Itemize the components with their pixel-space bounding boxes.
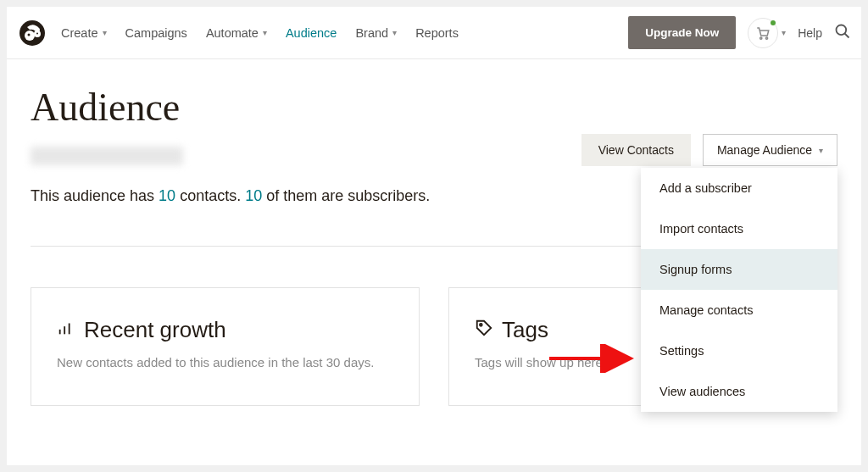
nav-links: Create ▾ Campaigns Automate ▾ Audience B… <box>61 26 628 40</box>
chevron-down-icon: ▾ <box>103 28 107 37</box>
card-title-text: Recent growth <box>84 317 226 343</box>
summary-text: contacts. <box>175 187 245 204</box>
card-title-text: Tags <box>502 317 548 343</box>
svg-point-7 <box>837 25 847 35</box>
nav-reports[interactable]: Reports <box>415 26 459 40</box>
card-description: New contacts added to this audience in t… <box>57 353 393 373</box>
svg-point-12 <box>480 324 482 326</box>
cart-icon[interactable] <box>748 18 778 48</box>
bar-chart-icon <box>57 317 75 343</box>
nav-create[interactable]: Create ▾ <box>61 26 107 40</box>
page-body: Audience View Contacts Manage Audience ▾… <box>7 59 861 406</box>
svg-point-5 <box>760 36 762 38</box>
audience-name-redacted <box>31 147 183 165</box>
menu-signup-forms[interactable]: Signup forms <box>641 249 837 290</box>
svg-point-4 <box>36 32 38 34</box>
summary-text: This audience has <box>31 187 159 204</box>
tags-desc-text: Tags will show up here. <box>475 355 609 369</box>
chevron-down-icon: ▾ <box>263 28 267 37</box>
menu-settings[interactable]: Settings <box>641 330 837 371</box>
svg-point-2 <box>28 33 31 36</box>
upgrade-button[interactable]: Upgrade Now <box>628 16 736 49</box>
manage-audience-menu: Add a subscriber Import contacts Signup … <box>641 168 837 412</box>
contact-count: 10 <box>159 187 175 204</box>
nav-brand[interactable]: Brand ▾ <box>355 26 397 40</box>
right-nav: Upgrade Now ▾ Help <box>628 16 851 49</box>
top-nav: Create ▾ Campaigns Automate ▾ Audience B… <box>7 7 861 59</box>
menu-add-subscriber[interactable]: Add a subscriber <box>641 168 837 208</box>
svg-point-6 <box>766 36 768 38</box>
menu-import-contacts[interactable]: Import contacts <box>641 208 837 249</box>
menu-view-audiences[interactable]: View audiences <box>641 371 837 412</box>
chevron-down-icon: ▾ <box>782 28 786 37</box>
tags-link[interactable]: L <box>609 355 616 369</box>
search-icon[interactable] <box>834 23 851 43</box>
nav-create-label: Create <box>61 26 98 40</box>
menu-manage-contacts[interactable]: Manage contacts <box>641 290 837 330</box>
manage-audience-dropdown[interactable]: Manage Audience ▾ <box>703 134 837 166</box>
page-title: Audience <box>31 85 837 130</box>
nav-automate-label: Automate <box>206 26 259 40</box>
mailchimp-logo-icon[interactable] <box>19 19 46 47</box>
card-title: Recent growth <box>57 317 393 343</box>
actions-row: View Contacts Manage Audience ▾ <box>581 134 837 166</box>
nav-brand-label: Brand <box>355 26 388 40</box>
nav-audience[interactable]: Audience <box>286 26 337 40</box>
manage-audience-label: Manage Audience <box>717 143 812 157</box>
tag-icon <box>475 317 493 343</box>
help-link[interactable]: Help <box>798 26 822 40</box>
svg-line-8 <box>845 33 849 37</box>
chevron-down-icon: ▾ <box>819 146 823 155</box>
nav-campaigns[interactable]: Campaigns <box>125 26 187 40</box>
summary-text: of them are subscribers. <box>262 187 430 204</box>
nav-automate[interactable]: Automate ▾ <box>206 26 267 40</box>
subscriber-count: 10 <box>245 187 262 204</box>
recent-growth-card: Recent growth New contacts added to this… <box>31 287 420 406</box>
view-contacts-button[interactable]: View Contacts <box>581 134 691 166</box>
chevron-down-icon: ▾ <box>392 28 397 37</box>
